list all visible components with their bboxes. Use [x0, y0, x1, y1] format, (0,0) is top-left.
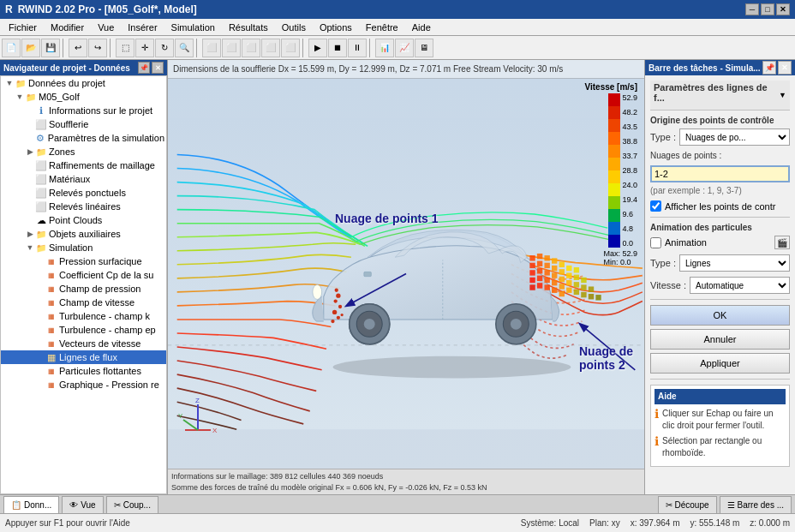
- left-panel-header: Navigateur de projet - Données 📌 ✕: [0, 60, 167, 75]
- tb-view2[interactable]: ⬜: [222, 39, 241, 57]
- tb-view5[interactable]: ⬜: [281, 39, 300, 57]
- tree-champ-vitesse[interactable]: ▦ Champ de vitesse: [1, 296, 166, 309]
- menu-outils[interactable]: Outils: [275, 21, 313, 34]
- tree-vecteurs[interactable]: ▦ Vecteurs de vitesse: [1, 337, 166, 350]
- close-button[interactable]: ✕: [776, 3, 790, 15]
- type-select[interactable]: Nuages de po... Points Grille: [679, 129, 790, 146]
- tb-undo[interactable]: ↩: [69, 39, 87, 57]
- menu-modifier[interactable]: Modifier: [44, 21, 91, 34]
- tree-pression-surf[interactable]: ▦ Pression surfacique: [1, 254, 166, 268]
- color-scale: Vitesse [m/s]: [584, 82, 637, 266]
- tree-releves-p[interactable]: ⬜ Relevés ponctuels: [1, 186, 166, 200]
- tree-toggle-objets[interactable]: ▶: [25, 229, 35, 239]
- footer-tab-decoupe[interactable]: ✂ Découpe: [658, 496, 717, 513]
- tb-extra1[interactable]: 📊: [375, 39, 394, 57]
- tree-params[interactable]: ⚙ Paramètres de la simulation: [1, 131, 166, 145]
- tree-champ-pression[interactable]: ▦ Champ de pression: [1, 282, 166, 296]
- afficher-checkbox[interactable]: [650, 200, 661, 212]
- tb-sim1[interactable]: ▶: [308, 39, 327, 57]
- viewport-canvas[interactable]: Nuage de points 1 Nuage de points 2 Vite…: [168, 79, 644, 469]
- animation-section-title: Animation des particules: [650, 223, 790, 232]
- svg-rect-21: [544, 255, 549, 260]
- tb-extra3[interactable]: 🖥: [415, 39, 433, 57]
- tree-zones[interactable]: ▶ 📁 Zones: [1, 145, 166, 158]
- footer-tab-donn[interactable]: 📋 Donn...: [3, 496, 59, 513]
- menu-fenetre[interactable]: Fenêtre: [359, 21, 405, 34]
- tree-turbulence-k[interactable]: ▦ Turbulence - champ k: [1, 309, 166, 323]
- tree-lignes-flux[interactable]: ▦ Lignes de flux: [1, 350, 166, 364]
- ok-button[interactable]: OK: [650, 305, 790, 326]
- tb-sim3[interactable]: ⏸: [348, 39, 367, 57]
- tree-m05golf[interactable]: ▼ 📁 M05_Golf: [1, 90, 166, 104]
- maximize-button[interactable]: □: [761, 3, 774, 15]
- menu-fichier[interactable]: Fichier: [2, 21, 44, 34]
- svg-text:Y: Y: [178, 412, 183, 420]
- tree-soufflerie[interactable]: ⬜ Soufflerie: [1, 117, 166, 131]
- right-panel-header: Barre des tâches - Simula... 📌 ✕: [645, 60, 795, 75]
- tb-extra2[interactable]: 📈: [395, 39, 414, 57]
- tb-open[interactable]: 📂: [21, 39, 40, 57]
- tb-view1[interactable]: ⬜: [202, 39, 221, 57]
- status-system: Système: Local: [521, 518, 579, 528]
- menu-inserer[interactable]: Insérer: [121, 21, 164, 34]
- tree-simulation[interactable]: ▼ 📁 Simulation: [1, 241, 166, 254]
- info-icon: ℹ: [35, 105, 47, 117]
- tb-view3[interactable]: ⬜: [242, 39, 260, 57]
- menu-simulation[interactable]: Simulation: [164, 21, 222, 34]
- tb-move[interactable]: ✛: [135, 39, 154, 57]
- right-panel-close[interactable]: ✕: [778, 61, 792, 75]
- sim-icon-10: ▦: [45, 379, 57, 391]
- tree-toggle-sim[interactable]: ▼: [25, 242, 35, 253]
- tree-materiaux[interactable]: ⬜ Matériaux: [1, 172, 166, 186]
- tb-zoom[interactable]: 🔍: [175, 39, 194, 57]
- tree-info[interactable]: ℹ Informations sur le projet: [1, 104, 166, 117]
- tree-root[interactable]: ▼ 📁 Données du projet: [1, 76, 166, 90]
- tree-objets[interactable]: ▶ 📁 Objets auxiliaires: [1, 227, 166, 241]
- menu-vue[interactable]: Vue: [91, 21, 121, 34]
- tree-toggle-m05[interactable]: ▼: [15, 92, 25, 102]
- help-text-2: Sélection par rectangle ou rhomboïde.: [662, 435, 786, 459]
- annuler-button[interactable]: Annuler: [650, 329, 790, 350]
- tree-toggle-zones[interactable]: ▶: [25, 146, 35, 157]
- scale-bar: [608, 93, 620, 248]
- tree-turbulence-ep[interactable]: ▦ Turbulence - champ ep: [1, 323, 166, 337]
- tb-redo[interactable]: ↪: [88, 39, 107, 57]
- menu-options[interactable]: Options: [313, 21, 359, 34]
- svg-rect-42: [552, 280, 557, 285]
- tb-new[interactable]: 📄: [2, 39, 21, 57]
- tree-releves-l[interactable]: ⬜ Relevés linéaires: [1, 200, 166, 213]
- animation-icon-btn[interactable]: 🎬: [774, 236, 790, 249]
- tree-coeff-cp[interactable]: ▦ Coefficient Cp de la su: [1, 268, 166, 282]
- sim-icon-9: ▦: [45, 365, 57, 377]
- nuages-input[interactable]: [650, 165, 790, 182]
- tb-view4[interactable]: ⬜: [261, 39, 280, 57]
- tree-particules[interactable]: ▦ Particules flottantes: [1, 364, 166, 378]
- tree-graphique[interactable]: ▦ Graphique - Pression re: [1, 378, 166, 392]
- tb-save[interactable]: 💾: [41, 39, 60, 57]
- help-title: Aide: [655, 389, 786, 404]
- tb-rotate[interactable]: ↻: [155, 39, 174, 57]
- menu-resultats[interactable]: Résultats: [222, 21, 275, 34]
- footer-tab-vue[interactable]: 👁 Vue: [62, 496, 103, 513]
- minimize-button[interactable]: ─: [745, 3, 759, 15]
- footer-tab-barre[interactable]: ☰ Barre des ...: [720, 496, 792, 513]
- folder-icon-objets: 📁: [35, 228, 47, 240]
- svg-point-15: [337, 316, 340, 320]
- vitesse-select[interactable]: Automatique Lente Rapide: [690, 277, 790, 294]
- tb-select[interactable]: ⬚: [116, 39, 134, 57]
- footer-tab-coup[interactable]: ✂ Coup...: [106, 496, 158, 513]
- tb-sim2[interactable]: ⏹: [328, 39, 347, 57]
- svg-rect-26: [544, 263, 549, 268]
- menu-bar: Fichier Modifier Vue Insérer Simulation …: [0, 19, 795, 36]
- folder-icon: 📁: [15, 77, 27, 89]
- appliquer-button[interactable]: Appliquer: [650, 353, 790, 374]
- menu-aide[interactable]: Aide: [405, 21, 438, 34]
- tree-raffinements[interactable]: ⬜ Raffinements de maillage: [1, 158, 166, 172]
- panel-close[interactable]: ✕: [152, 62, 164, 74]
- animation-checkbox[interactable]: [650, 237, 661, 248]
- type2-select[interactable]: Lignes Tubes Rubans: [679, 254, 790, 272]
- panel-pin[interactable]: 📌: [138, 62, 150, 74]
- tree-toggle-root[interactable]: ▼: [4, 78, 15, 88]
- right-panel-pin[interactable]: 📌: [762, 61, 776, 75]
- tree-pointclouds[interactable]: ☁ Point Clouds: [1, 213, 166, 227]
